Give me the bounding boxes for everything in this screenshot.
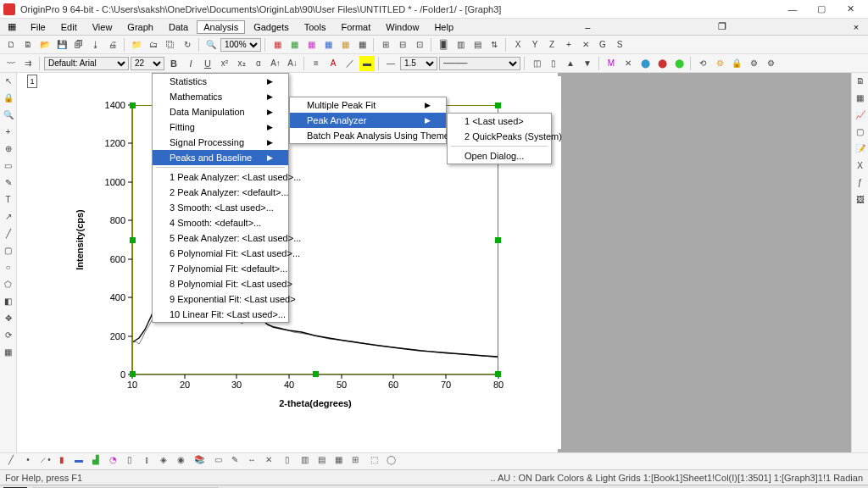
save-icon[interactable]: 💾 [54,37,70,53]
menu-last-used[interactable]: 1 <Last used> [448,114,551,129]
recent-1[interactable]: 1 Peak Analyzer: <Last used>... [153,169,288,185]
panel4-icon[interactable]: ▦ [331,455,346,469]
line-icon[interactable]: ╱ [2,229,15,242]
menu-fitting[interactable]: Fitting▶ [153,119,288,135]
stack-plot-icon[interactable]: ▯ [122,455,137,469]
arrow-icon[interactable]: ↗ [2,212,15,225]
contour-icon[interactable]: ◉ [173,455,188,469]
menu-analysis[interactable]: Analysis [197,20,245,34]
extract-icon[interactable]: ⊟ [395,37,410,53]
import-icon[interactable]: ⭳ [88,37,103,53]
add-layer-icon[interactable]: ⊞ [378,37,393,53]
bar-plot-icon[interactable]: ▬ [71,455,86,469]
func-icon[interactable]: ƒ [854,178,867,191]
merge-icon[interactable]: ⊡ [412,37,427,53]
fontsize-select[interactable]: 22 [131,57,164,70]
layout-icon[interactable]: ▢ [854,127,867,141]
group-icon[interactable]: ◫ [529,56,544,71]
panel2-icon[interactable]: ▥ [297,455,312,469]
linewidth-select[interactable]: 1.5 [400,57,437,70]
menu-help[interactable]: Help [427,20,460,34]
mdi-restore[interactable]: ❐ [715,21,729,32]
duplicate-icon[interactable]: ⿻ [163,37,178,53]
zoom-in-icon[interactable]: 🔍 [2,110,15,124]
template-icon[interactable]: 🗐 [71,37,86,53]
maximize-button[interactable]: ▢ [807,1,836,18]
menu-format[interactable]: Format [334,20,377,34]
menu-file[interactable]: File [24,20,53,34]
scalar-icon[interactable]: G [595,37,610,53]
menu-data-manipulation[interactable]: Data Manipulation▶ [153,104,288,119]
mask-points-icon[interactable]: M [604,56,619,71]
x-icon[interactable]: X [510,37,526,53]
airbrush-icon[interactable]: 〰 [3,56,19,71]
poly-icon[interactable]: ⬠ [2,280,15,293]
region-icon[interactable]: ▭ [2,161,15,175]
new-workbook-icon[interactable]: 🗎 [20,37,36,53]
pointer-icon[interactable]: ↖ [2,76,15,90]
recalc-icon[interactable]: ⚙ [712,56,727,71]
make-same-icon[interactable]: ⇉ [20,56,36,71]
transfer-icon[interactable]: ⟲ [695,56,710,71]
hide-mask-icon[interactable]: ✕ [620,56,636,71]
column-plot-icon[interactable]: ▮ [54,455,70,469]
recent-7[interactable]: 7 Polynomial Fit: <default>... [153,261,288,276]
legend-icon[interactable]: ▦ [320,37,336,53]
back-icon[interactable]: ▼ [580,56,595,71]
y-icon[interactable]: Y [527,37,542,53]
none-icon[interactable]: ✕ [578,37,593,53]
z-icon[interactable]: Z [544,37,559,53]
mask-icon[interactable]: ▦ [303,37,319,53]
menu-tools[interactable]: Tools [298,20,333,34]
bold-icon[interactable]: B [166,56,181,71]
excel-icon[interactable]: X [854,161,867,175]
open-icon[interactable]: 📂 [37,37,53,53]
recent-5[interactable]: 5 Peak Analyzer: <Last used>... [153,230,288,246]
sort-icon[interactable]: ⇅ [487,37,502,53]
menu-peak-analyzer[interactable]: Peak Analyzer▶ [290,113,446,128]
recent-2[interactable]: 2 Peak Analyzer: <default>... [153,185,288,200]
graph-icon[interactable]: 📈 [854,110,867,124]
circle-icon[interactable]: ○ [2,263,15,276]
align-left-icon[interactable]: ≡ [309,56,324,71]
menu-data[interactable]: Data [162,20,195,34]
select-box-icon[interactable]: ⬚ [366,455,381,469]
linestyle-select[interactable]: ──── [439,57,520,70]
label-icon[interactable]: S [612,37,627,53]
recent-3[interactable]: 3 Smooth: <Last used>... [153,200,288,215]
3d-plot-icon[interactable]: ◈ [156,455,171,469]
palette-icon[interactable]: ▦ [270,37,285,53]
menu-graph[interactable]: Graph [120,20,160,34]
zoom-tool-icon[interactable]: 🔍 [203,37,219,53]
menu-statistics[interactable]: Statistics▶ [153,74,288,89]
italic-icon[interactable]: I [183,56,198,71]
font-color-icon[interactable]: A [326,56,341,71]
palette3-icon[interactable]: ⬤ [654,56,670,71]
new-folder-icon[interactable]: 📁 [129,37,144,53]
menu-open-dialog[interactable]: Open Dialog... [448,148,551,164]
new-project-icon[interactable]: 🗋 [3,37,19,53]
ungroup-icon[interactable]: ▯ [546,56,561,71]
line-style-icon[interactable]: — [383,56,398,71]
move-data-icon[interactable]: ↔ [244,455,259,469]
font-select[interactable]: Default: Arial [44,57,129,70]
lasso-icon[interactable]: ◯ [383,455,398,469]
region2-icon[interactable]: ◧ [2,297,15,310]
print-icon[interactable]: 🖨 [105,37,120,53]
panel5-icon[interactable]: ⊞ [348,455,363,469]
add-col-icon[interactable]: + [561,37,576,53]
superscript-icon[interactable]: x² [217,56,232,71]
image-icon[interactable]: 🖼 [854,195,867,208]
remove-data-icon[interactable]: ✕ [261,455,276,469]
axis-icon[interactable]: ▦ [354,37,370,53]
close-button[interactable]: ✕ [836,1,865,18]
menu-view[interactable]: View [86,20,120,34]
underline-icon[interactable]: U [200,56,215,71]
menu-signal-processing[interactable]: Signal Processing▶ [153,135,288,150]
menu-gadgets[interactable]: Gadgets [247,20,296,34]
menu-multiple-peak-fit[interactable]: Multiple Peak Fit▶ [290,97,446,113]
fill-color-icon[interactable]: ▬ [359,56,375,71]
line-symbol-icon[interactable]: ⟋• [37,455,53,469]
decrease-font-icon[interactable]: A↓ [285,56,300,71]
rect-icon[interactable]: ▢ [2,246,15,259]
